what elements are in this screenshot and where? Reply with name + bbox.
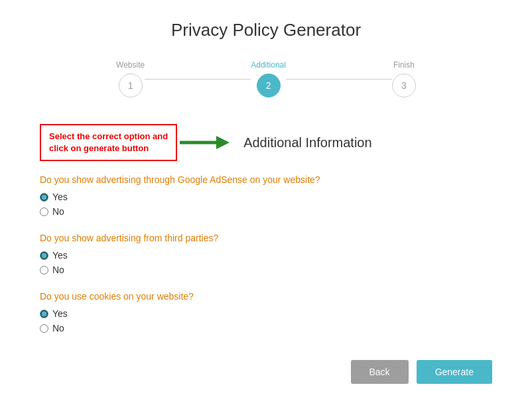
generate-button[interactable]: Generate (417, 360, 492, 384)
step-website-label: Website (116, 60, 145, 70)
question-3-no[interactable]: No (40, 323, 492, 333)
step-website: Website 1 (116, 60, 145, 97)
question-2-no[interactable]: No (40, 265, 492, 275)
question-1-no-radio[interactable] (40, 208, 48, 216)
svg-marker-1 (216, 136, 230, 149)
step-finish: Finish 3 (392, 60, 416, 97)
question-2-no-radio[interactable] (40, 266, 48, 274)
stepper: Website 1 Additional 2 Finish 3 (40, 60, 492, 97)
step-additional-circle: 2 (257, 74, 281, 97)
heading-row: Select the correct option and click on g… (40, 124, 492, 161)
question-3-yes[interactable]: Yes (40, 308, 492, 319)
arrow-icon (180, 133, 233, 152)
question-3-block: Do you use cookies on your website? Yes … (40, 291, 492, 333)
question-2-yes[interactable]: Yes (40, 250, 492, 261)
button-row: Back Generate (40, 360, 492, 384)
step-finish-circle: 3 (392, 74, 416, 97)
page-container: Privacy Policy Generator Website 1 Addit… (0, 0, 532, 410)
step-website-circle: 1 (119, 74, 143, 97)
callout-box: Select the correct option and click on g… (40, 124, 177, 161)
step-line-1 (145, 79, 251, 80)
question-1-block: Do you show advertising through Google A… (40, 174, 492, 217)
question-2-text: Do you show advertising from third parti… (40, 233, 492, 243)
back-button[interactable]: Back (351, 360, 409, 384)
question-3-yes-radio[interactable] (40, 310, 48, 318)
question-3-text: Do you use cookies on your website? (40, 291, 492, 302)
section-heading: Additional Information (243, 135, 371, 150)
step-additional: Additional 2 (251, 60, 286, 97)
question-1-yes[interactable]: Yes (40, 192, 492, 202)
question-2-block: Do you show advertising from third parti… (40, 233, 492, 275)
question-1-no[interactable]: No (40, 206, 492, 217)
question-2-yes-radio[interactable] (40, 251, 48, 260)
question-1-text: Do you show advertising through Google A… (40, 174, 492, 185)
step-finish-label: Finish (393, 60, 415, 70)
page-title: Privacy Policy Generator (40, 20, 492, 40)
step-additional-label: Additional (251, 60, 286, 70)
question-3-no-radio[interactable] (40, 324, 48, 333)
step-line-2 (286, 79, 392, 80)
question-1-yes-radio[interactable] (40, 193, 48, 202)
